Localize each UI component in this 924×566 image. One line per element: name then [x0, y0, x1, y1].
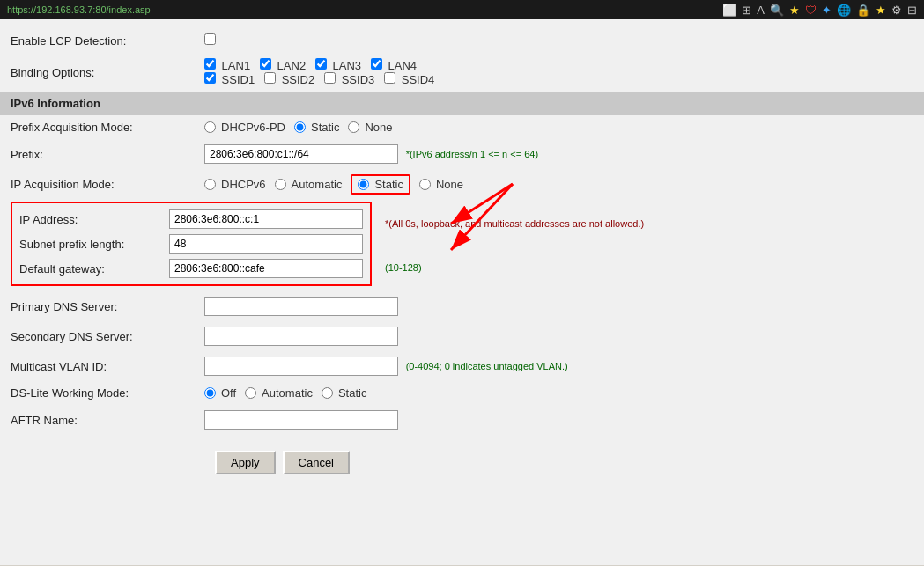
ip-dhcpv6-label[interactable]: DHCPv6 [204, 178, 266, 191]
ds-lite-options: Off Automatic Static [204, 386, 913, 400]
icon-search[interactable]: 🔍 [770, 4, 784, 17]
enable-lcp-checkbox[interactable] [204, 33, 216, 45]
icon-translate[interactable]: 🌐 [837, 4, 851, 17]
ds-lite-automatic-label[interactable]: Automatic [245, 386, 313, 400]
icon-shield-red[interactable]: 🛡 [805, 4, 817, 17]
ip-address-hint: *(All 0s, loopback, and multicast addres… [385, 218, 644, 229]
subnet-label: Subnet prefix length: [19, 238, 169, 251]
prefix-input[interactable] [204, 144, 398, 164]
ip-address-label: IP Address: [19, 213, 169, 226]
content-area: Enable LCP Detection: Binding Options: L… [0, 19, 924, 565]
icon-star[interactable]: ★ [789, 4, 800, 17]
aftr-name-input[interactable] [204, 410, 398, 430]
subnet-input[interactable] [169, 234, 363, 254]
ssid2-checkbox[interactable] [264, 72, 276, 84]
ipv6-section-header: IPv6 Information [0, 92, 924, 115]
ip-automatic-radio[interactable] [275, 179, 286, 190]
lan1-label[interactable]: LAN1 [204, 59, 250, 72]
icon-grid[interactable]: ⊞ [742, 4, 751, 17]
ssid4-label[interactable]: SSID4 [384, 73, 434, 86]
ip-none-label[interactable]: None [419, 178, 463, 191]
ip-acquisition-row: IP Acquisition Mode: DHCPv6 Automatic [0, 169, 924, 200]
ds-lite-off-label[interactable]: Off [204, 386, 236, 400]
ip-address-input[interactable] [169, 209, 363, 229]
gateway-input[interactable] [169, 259, 363, 278]
ip-automatic-label[interactable]: Automatic [275, 178, 343, 191]
ip-fields-cell: IP Address: Subnet prefix length: [0, 200, 924, 291]
lan1-checkbox[interactable] [204, 58, 216, 70]
multicast-vlan-value: (0-4094; 0 indicates untagged VLAN.) [194, 351, 924, 381]
lan4-checkbox[interactable] [371, 58, 382, 70]
primary-dns-label: Primary DNS Server: [0, 291, 194, 321]
ds-lite-row: DS-Lite Working Mode: Off Automatic Stat… [0, 381, 924, 405]
enable-lcp-label: Enable LCP Detection: [0, 28, 194, 53]
ssid3-checkbox[interactable] [324, 72, 336, 84]
prefix-none-label[interactable]: None [348, 121, 392, 134]
prefix-static-label[interactable]: Static [294, 121, 340, 134]
ds-lite-off-radio[interactable] [204, 387, 216, 399]
apply-button[interactable]: Apply [215, 451, 276, 474]
ssid4-checkbox[interactable] [384, 72, 395, 84]
icon-close[interactable]: ⊟ [907, 4, 917, 17]
ip-address-row: IP Address: [19, 207, 363, 232]
icon-star2[interactable]: ★ [876, 4, 886, 17]
ds-lite-value: Off Automatic Static [194, 381, 924, 405]
subnet-hint: (10-128) [385, 262, 644, 273]
prefix-mode-row: Prefix Acquisition Mode: DHCPv6-PD Stati… [0, 115, 924, 139]
icon-extension[interactable]: ⚙ [891, 4, 902, 17]
lan2-checkbox[interactable] [260, 58, 271, 70]
aftr-name-row: AFTR Name: [0, 405, 924, 435]
primary-dns-input[interactable] [204, 297, 398, 316]
ds-lite-static-label[interactable]: Static [322, 386, 367, 400]
prefix-label: Prefix: [0, 139, 194, 169]
ssid3-label[interactable]: SSID3 [324, 73, 374, 86]
ssid1-checkbox[interactable] [204, 72, 216, 84]
icon-lock-orange[interactable]: 🔒 [856, 4, 870, 17]
button-row: Apply Cancel [0, 435, 924, 490]
subnet-row: Subnet prefix length: [19, 232, 363, 256]
lan2-label[interactable]: LAN2 [260, 59, 306, 72]
ip-none-radio[interactable] [419, 179, 431, 190]
secondary-dns-row: Secondary DNS Server: [0, 321, 924, 351]
ds-lite-automatic-radio[interactable] [245, 387, 256, 399]
secondary-dns-input[interactable] [204, 327, 398, 346]
ip-static-label[interactable]: Static [358, 178, 403, 191]
gateway-row: Default gateway: [19, 256, 363, 281]
lan3-label[interactable]: LAN3 [315, 59, 361, 72]
primary-dns-value [194, 291, 924, 321]
cancel-button[interactable]: Cancel [283, 451, 350, 474]
ip-static-radio[interactable] [358, 179, 369, 190]
ds-lite-label: DS-Lite Working Mode: [0, 381, 194, 405]
ssid2-label[interactable]: SSID2 [264, 73, 314, 86]
url-bar[interactable]: https://192.168.93.7:80/index.asp [7, 4, 151, 15]
ipv6-header-row: IPv6 Information [0, 92, 924, 115]
prefix-value: *(IPv6 address/n 1 <= n <= 64) [194, 139, 924, 169]
secondary-dns-label: Secondary DNS Server: [0, 321, 194, 351]
button-group: Apply Cancel [204, 440, 913, 485]
lan3-checkbox[interactable] [315, 58, 327, 70]
icon-text[interactable]: A [757, 4, 765, 17]
multicast-vlan-label: Multicast VLAN ID: [0, 351, 194, 381]
prefix-row: Prefix: *(IPv6 address/n 1 <= n <= 64) [0, 139, 924, 169]
prefix-dhcpv6pd-radio[interactable] [204, 121, 216, 133]
prefix-hint: *(IPv6 address/n 1 <= n <= 64) [406, 149, 538, 159]
prefix-dhcpv6pd-label[interactable]: DHCPv6-PD [204, 121, 285, 134]
ip-fields-wrapper: IP Address: Subnet prefix length: [11, 202, 913, 290]
browser-bar: https://192.168.93.7:80/index.asp ⬜ ⊞ A … [0, 0, 924, 19]
prefix-mode-value: DHCPv6-PD Static None [194, 115, 924, 139]
ip-dhcpv6-radio[interactable] [204, 179, 216, 190]
prefix-static-radio[interactable] [294, 121, 306, 133]
browser-icons: ⬜ ⊞ A 🔍 ★ 🛡 ✦ 🌐 🔒 ★ ⚙ ⊟ [722, 4, 917, 17]
enable-lcp-row: Enable LCP Detection: [0, 28, 924, 53]
prefix-none-radio[interactable] [348, 121, 359, 133]
icon-tab[interactable]: ⬜ [722, 4, 736, 17]
enable-lcp-value [194, 28, 924, 53]
ip-static-highlighted: Static [351, 174, 410, 195]
lan4-label[interactable]: LAN4 [371, 59, 417, 72]
ds-lite-static-radio[interactable] [322, 387, 333, 399]
icon-gear-blue[interactable]: ✦ [822, 4, 832, 17]
ssid1-label[interactable]: SSID1 [204, 73, 255, 86]
ip-fields-box: IP Address: Subnet prefix length: [11, 202, 372, 286]
multicast-vlan-input[interactable] [204, 357, 398, 376]
aftr-name-value [194, 405, 924, 435]
